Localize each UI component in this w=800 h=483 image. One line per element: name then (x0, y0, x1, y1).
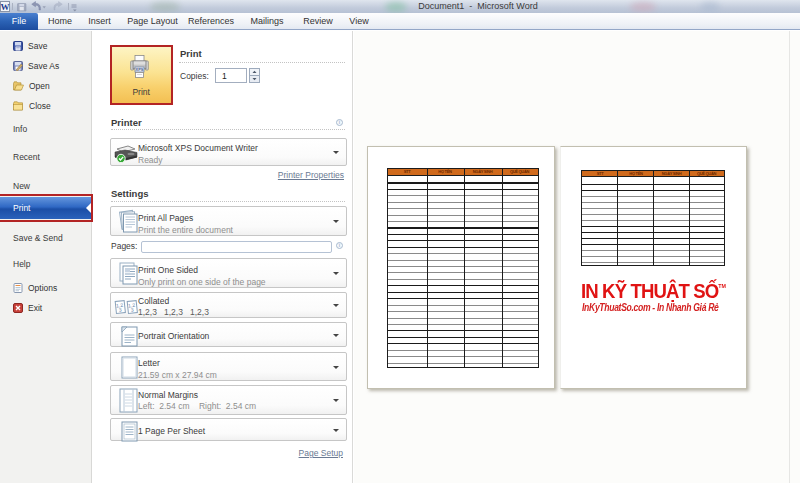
svg-text:W: W (1, 2, 10, 12)
svg-text:XPS: XPS (135, 67, 143, 72)
